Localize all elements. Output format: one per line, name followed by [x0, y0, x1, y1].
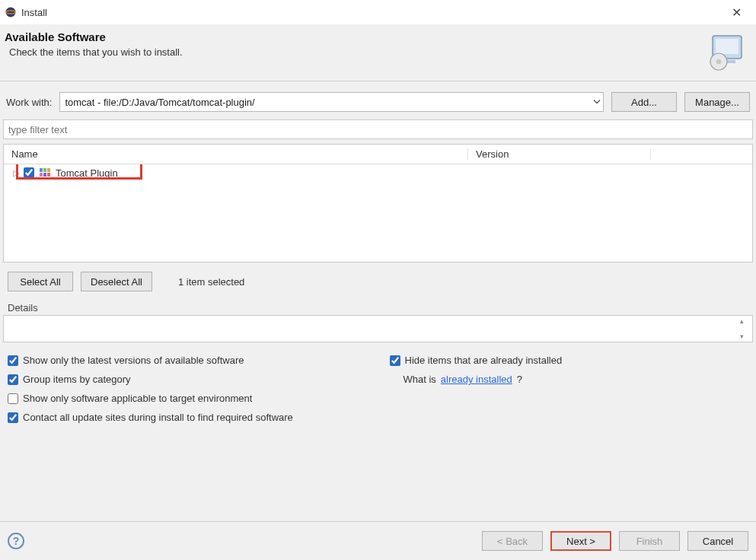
label-show-latest: Show only the latest versions of availab…	[23, 355, 244, 366]
svg-rect-12	[47, 173, 50, 177]
svg-rect-10	[40, 173, 43, 177]
work-with-input[interactable]	[59, 92, 604, 112]
back-button[interactable]: < Back	[482, 531, 543, 551]
svg-rect-11	[43, 173, 46, 177]
wizard-footer: ? < Back Next > Finish Cancel	[0, 521, 756, 560]
svg-rect-7	[40, 168, 43, 172]
row-checkbox[interactable]	[24, 167, 34, 178]
svg-point-6	[716, 59, 721, 64]
checkbox-hide-installed[interactable]	[390, 355, 400, 366]
work-with-combo[interactable]	[59, 92, 604, 112]
category-icon	[39, 167, 51, 178]
option-show-applicable[interactable]: Show only software applicable to target …	[8, 393, 367, 404]
checkbox-contact-sites[interactable]	[8, 412, 18, 423]
checkbox-show-applicable[interactable]	[8, 393, 18, 404]
options-grid: Show only the latest versions of availab…	[0, 347, 756, 426]
filter-input[interactable]	[3, 119, 753, 139]
option-hide-installed[interactable]: Hide items that are already installed	[390, 355, 749, 366]
install-banner-icon	[704, 30, 747, 73]
work-with-row: Work with: Add... Manage...	[0, 81, 756, 119]
already-installed-link[interactable]: already installed	[441, 374, 512, 385]
table-row[interactable]: ▷ Tomcat Plugin	[4, 164, 752, 181]
install-dialog: Install ✕ Available Software Check the i…	[0, 0, 756, 560]
expand-icon[interactable]: ▷	[11, 168, 21, 178]
add-button[interactable]: Add...	[611, 92, 677, 112]
table-body[interactable]: ▷ Tomcat Plugin	[4, 164, 752, 262]
details-group: Details ▴▾	[3, 299, 753, 342]
svg-rect-8	[43, 168, 46, 172]
label-contact-sites: Contact all update sites during install …	[23, 412, 293, 423]
details-scroll-icon[interactable]: ▴▾	[740, 317, 751, 340]
label-hide-installed: Hide items that are already installed	[405, 355, 563, 366]
whatis-suffix: ?	[517, 374, 522, 385]
close-icon[interactable]: ✕	[721, 2, 751, 23]
label-show-applicable: Show only software applicable to target …	[23, 393, 252, 404]
dialog-header: Available Software Check the items that …	[0, 24, 756, 81]
checkbox-show-latest[interactable]	[8, 355, 18, 366]
help-icon[interactable]: ?	[8, 533, 24, 549]
page-title: Available Software	[5, 30, 183, 43]
svg-rect-9	[47, 168, 50, 172]
details-textarea[interactable]: ▴▾	[3, 315, 753, 342]
select-all-button[interactable]: Select All	[8, 272, 73, 291]
svg-point-0	[6, 8, 16, 18]
window-title: Install	[21, 7, 721, 18]
manage-button[interactable]: Manage...	[684, 92, 750, 112]
titlebar: Install ✕	[0, 0, 756, 24]
eclipse-icon	[5, 6, 17, 18]
row-label: Tomcat Plugin	[54, 167, 118, 179]
next-button[interactable]: Next >	[550, 531, 611, 551]
whatis-row: What is already installed ?	[390, 374, 749, 385]
details-legend: Details	[3, 299, 753, 315]
selection-row: Select All Deselect All 1 item selected	[0, 262, 756, 298]
page-subtitle: Check the items that you wish to install…	[9, 46, 183, 58]
option-group-category[interactable]: Group items by category	[8, 374, 367, 385]
whatis-prefix: What is	[404, 374, 436, 385]
software-table: Name Version ▷ Tomcat Plugi	[3, 144, 753, 262]
svg-rect-3	[716, 39, 738, 54]
column-name[interactable]: Name	[4, 148, 468, 160]
option-contact-sites[interactable]: Contact all update sites during install …	[8, 412, 367, 423]
table-header: Name Version	[4, 145, 752, 164]
label-group-category: Group items by category	[23, 374, 131, 385]
selection-status: 1 item selected	[178, 276, 244, 288]
column-version[interactable]: Version	[468, 148, 651, 160]
checkbox-group-category[interactable]	[8, 374, 18, 385]
work-with-label: Work with:	[6, 97, 52, 108]
finish-button[interactable]: Finish	[619, 531, 680, 551]
cancel-button[interactable]: Cancel	[687, 531, 748, 551]
deselect-all-button[interactable]: Deselect All	[81, 272, 152, 291]
option-show-latest[interactable]: Show only the latest versions of availab…	[8, 355, 367, 366]
